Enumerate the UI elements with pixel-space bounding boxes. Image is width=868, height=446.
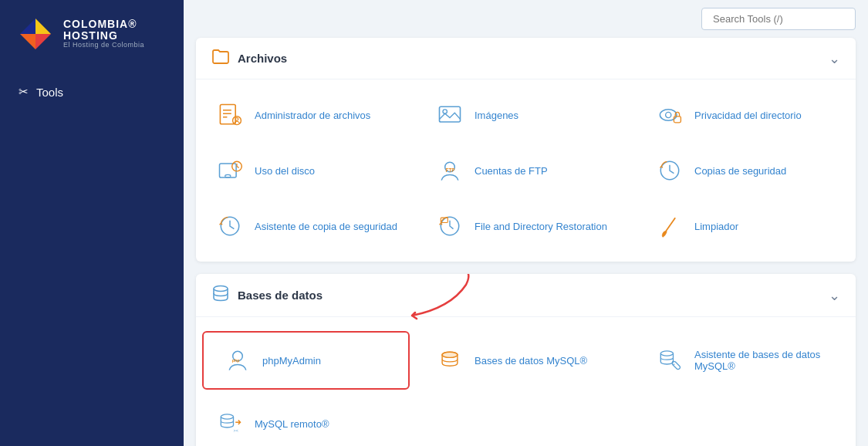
database-icon [211,285,230,306]
archivos-header: Archivos ⌄ [196,38,856,79]
wrench-icon: ✂ [19,85,29,99]
phpmyadmin-label[interactable]: phpMyAdmin [262,355,321,367]
mysql-db-label[interactable]: Bases de datos MySQL® [475,355,587,367]
ftp-user-icon: FTP [434,155,465,186]
file-restoration-label[interactable]: File and Directory Restoration [475,221,607,232]
php-user-icon: php [222,345,253,376]
svg-point-6 [666,112,671,117]
tool-admin-archivos[interactable]: Administrador de archivos [196,87,416,143]
phpmyadmin-wrapper: php phpMyAdmin [196,325,416,396]
archivos-title: Archivos [238,52,287,65]
svg-point-23 [674,364,675,366]
tool-copias-seguridad[interactable]: Copias de seguridad [636,143,856,198]
svg-text:><: >< [234,428,238,433]
asistente-copia-label[interactable]: Asistente de copia de seguridad [255,221,397,232]
tool-uso-disco[interactable]: Uso del disco [196,143,416,198]
bases-datos-chevron-icon[interactable]: ⌄ [829,287,840,304]
tool-asistente-copia[interactable]: Asistente de copia de seguridad [196,198,416,254]
tool-imagenes[interactable]: Imágenes [416,87,636,143]
svg-point-24 [221,414,233,419]
bases-datos-body: php phpMyAdmin [196,317,856,446]
limpiador-label[interactable]: Limpiador [694,221,738,232]
bases-datos-title: Bases de datos [238,289,323,302]
eye-lock-icon [654,100,685,130]
tool-privacidad[interactable]: Privacidad del directorio [636,87,856,143]
archivos-chevron-icon[interactable]: ⌄ [829,50,840,67]
cuentas-ftp-label[interactable]: Cuentas de FTP [475,165,548,177]
privacidad-label[interactable]: Privacidad del directorio [694,110,802,121]
broom-icon [654,211,685,242]
db-wrench-icon [654,345,685,376]
file-user-icon [214,100,245,130]
uso-disco-label[interactable]: Uso del disco [255,165,315,177]
section-archivos: Archivos ⌄ [196,38,856,262]
svg-rect-3 [440,106,461,122]
sidebar-item-tools[interactable]: ✂ Tools [0,76,184,108]
tool-limpiador[interactable]: Limpiador [636,198,856,254]
tool-file-restoration[interactable]: File and Directory Restoration [416,198,636,254]
logo-subtitle: HOSTING [63,30,144,42]
admin-archivos-label[interactable]: Administrador de archivos [255,110,370,121]
backup-clock2-icon [214,211,245,242]
svg-point-9 [225,174,231,177]
section-bases-datos: Bases de datos ⌄ [196,274,856,446]
bases-datos-header: Bases de datos ⌄ [196,274,856,317]
logo-icon [15,14,56,54]
folder-icon [211,49,230,68]
sidebar-menu: ✂ Tools [0,68,184,116]
content-area: Archivos ⌄ [184,38,868,446]
db-stack-icon [434,345,465,376]
svg-point-22 [660,351,673,356]
logo-area: COLOMBIA® HOSTING El Hosting de Colombia [0,0,160,68]
svg-point-17 [214,286,228,292]
tool-cuentas-ftp[interactable]: FTP Cuentas de FTP [416,143,636,198]
tool-mysql-remoto[interactable]: >< MySQL remoto® [196,396,416,446]
sidebar-tools-label: Tools [36,86,63,99]
search-input[interactable] [701,8,856,30]
svg-point-2 [235,118,238,121]
tool-phpmyadmin[interactable]: php phpMyAdmin [202,331,410,390]
logo-tagline: El Hosting de Colombia [63,42,144,49]
logo-text: COLOMBIA® HOSTING El Hosting de Colombia [63,19,144,50]
db-remote-icon: >< [214,408,245,439]
tool-asistente-mysql[interactable]: Asistente de bases de datos MySQL® [636,325,856,396]
restore-clock-icon [434,211,465,242]
svg-point-21 [442,352,458,357]
sidebar: COLOMBIA® HOSTING El Hosting de Colombia… [0,0,184,446]
backup-clock-icon [654,155,685,186]
main-content: Archivos ⌄ [184,0,868,446]
imagenes-label[interactable]: Imágenes [475,110,518,121]
mysql-remoto-label[interactable]: MySQL remoto® [255,418,329,430]
disk-clock-icon [214,155,245,186]
svg-text:FTP: FTP [446,167,455,173]
asistente-mysql-label[interactable]: Asistente de bases de datos MySQL® [694,349,837,372]
logo-title: COLOMBIA® [63,19,144,30]
copias-seguridad-label[interactable]: Copias de seguridad [694,165,786,177]
image-icon [434,100,465,130]
tool-mysql-db[interactable]: Bases de datos MySQL® [416,325,636,396]
svg-rect-7 [674,117,681,123]
archivos-body: Administrador de archivos Imágenes [196,79,856,262]
topbar [184,0,868,38]
svg-text:php: php [232,358,241,363]
